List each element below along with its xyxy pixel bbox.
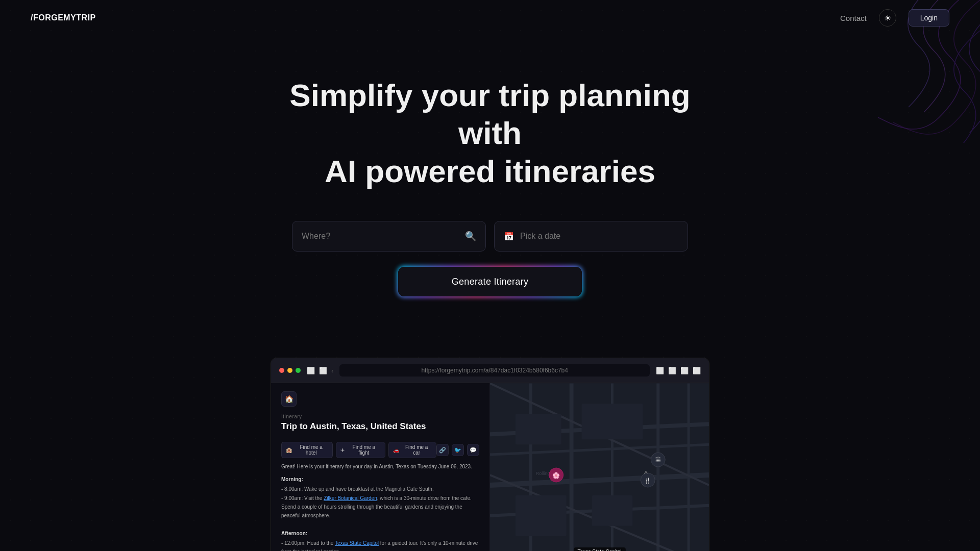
flight-icon: ✈ <box>340 447 345 453</box>
svg-rect-15 <box>592 495 633 526</box>
browser-mockup: ⬜ ⬜ ‹ https://forgemytrip.com/a/847dac1f… <box>271 358 709 551</box>
share-link-button[interactable]: 🔗 <box>436 444 449 456</box>
add-tab-icon[interactable]: ⬜ <box>680 367 689 374</box>
zilker-link[interactable]: Zilker Botanical Garden <box>324 495 377 501</box>
share-icon[interactable]: ⬜ <box>656 367 664 374</box>
svg-text:🌸: 🌸 <box>552 471 560 479</box>
social-share-buttons: 🔗 🐦 💬 <box>436 444 479 456</box>
back-arrow-icon: ‹ <box>331 367 333 374</box>
svg-text:🍴: 🍴 <box>644 477 651 484</box>
browser-window-controls <box>279 368 301 373</box>
browser-nav-controls: ⬜ ⬜ ‹ <box>307 367 333 374</box>
svg-text:A: A <box>644 469 648 475</box>
itinerary-intro: Great! Here is your itinerary for your d… <box>281 462 479 471</box>
itinerary-panel: 🏠 Itinerary Trip to Austin, Texas, Unite… <box>271 383 490 551</box>
morning-section-label: Morning: <box>281 475 479 484</box>
minimize-dot[interactable] <box>287 368 292 373</box>
find-car-button[interactable]: 🚗 Find me a car <box>388 442 436 458</box>
map-svg: Rollingwood 🏛 🍴 🌸 A <box>490 383 709 551</box>
sun-icon: ☀ <box>884 13 891 23</box>
find-hotel-button[interactable]: 🏨 Find me a hotel <box>281 442 333 458</box>
itinerary-section-label: Itinerary <box>281 414 479 419</box>
svg-rect-13 <box>582 404 643 439</box>
afternoon-item-1: - 12:00pm: Head to the Texas State Capit… <box>281 539 479 551</box>
share-whatsapp-button[interactable]: 💬 <box>467 444 479 456</box>
afternoon-section-label: Afternoon: <box>281 529 479 538</box>
itinerary-title: Trip to Austin, Texas, United States <box>281 421 426 432</box>
itinerary-body: Great! Here is your itinerary for your d… <box>281 462 479 551</box>
address-bar[interactable]: https://forgemytrip.com/a/847dac1f0324b5… <box>339 364 650 377</box>
hero-section: Simplify your trip planning with AI powe… <box>0 36 980 358</box>
maximize-dot[interactable] <box>296 368 301 373</box>
location-search-box: 🔍 <box>292 221 486 252</box>
close-dot[interactable] <box>279 368 284 373</box>
share-twitter-button[interactable]: 🐦 <box>452 444 464 456</box>
svg-rect-12 <box>516 414 561 444</box>
browser-chrome-bar: ⬜ ⬜ ‹ https://forgemytrip.com/a/847dac1f… <box>271 358 709 383</box>
back-icon: ⬜ <box>307 367 315 374</box>
home-icon[interactable]: 🏠 <box>281 391 297 407</box>
map-background: Rollingwood 🏛 🍴 🌸 A Texas State Capitol <box>490 383 709 551</box>
find-flight-button[interactable]: ✈ Find me a flight <box>336 442 385 458</box>
capitol-link[interactable]: Texas State Capitol <box>335 540 379 546</box>
morning-item-1: - 8:00am: Wake up and have breakfast at … <box>281 485 479 493</box>
map-panel: Rollingwood 🏛 🍴 🌸 A Texas State Capitol <box>490 383 709 551</box>
navbar: /FORGEMYTRIP Contact ☀ Login <box>0 0 980 36</box>
login-button[interactable]: Login <box>909 9 949 27</box>
contact-link[interactable]: Contact <box>840 14 867 22</box>
map-location-label: Texas State Capitol <box>573 547 625 551</box>
calendar-icon: 📅 <box>504 232 514 241</box>
location-input[interactable] <box>302 232 459 241</box>
date-picker-box: 📅 <box>494 221 688 252</box>
date-input[interactable] <box>520 232 678 241</box>
hero-title: Simplify your trip planning with AI powe… <box>260 77 720 190</box>
browser-content-area: 🏠 Itinerary Trip to Austin, Texas, Unite… <box>271 383 709 551</box>
svg-text:🏛: 🏛 <box>655 456 662 464</box>
search-form: 🔍 📅 <box>10 221 970 252</box>
hotel-icon: 🏨 <box>286 447 292 453</box>
logo: /FORGEMYTRIP <box>31 13 96 22</box>
nav-icon-2: ⬜ <box>319 367 327 374</box>
bookmark-icon[interactable]: ⬜ <box>668 367 676 374</box>
morning-item-2: - 9:00am: Visit the Zilker Botanical Gar… <box>281 494 479 520</box>
generate-itinerary-button[interactable]: Generate Itinerary <box>398 267 582 296</box>
car-icon: 🚗 <box>393 447 399 453</box>
more-icon[interactable]: ⬜ <box>693 367 701 374</box>
itinerary-action-buttons: 🏨 Find me a hotel ✈ Find me a flight 🚗 F… <box>281 442 436 458</box>
theme-toggle-button[interactable]: ☀ <box>879 9 896 27</box>
browser-action-buttons: ⬜ ⬜ ⬜ ⬜ <box>656 367 701 374</box>
svg-rect-14 <box>516 495 567 536</box>
search-icon: 🔍 <box>465 231 476 242</box>
